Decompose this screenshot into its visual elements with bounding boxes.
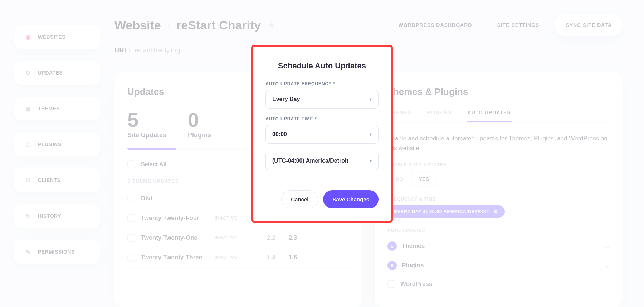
schedule-modal: Schedule Auto Updates AUTO UPDATE FREQUE… <box>253 47 391 221</box>
chevron-down-icon: ▾ <box>370 97 372 102</box>
frequency-select[interactable]: Every Day▾ <box>265 90 379 109</box>
modal-overlay: Schedule Auto Updates AUTO UPDATE FREQUE… <box>0 0 644 307</box>
cancel-button[interactable]: Cancel <box>281 190 318 208</box>
modal-title: Schedule Auto Updates <box>265 61 379 71</box>
time-select[interactable]: 00:00▾ <box>265 125 379 144</box>
time-label: AUTO UPDATE TIME * <box>265 116 379 121</box>
chevron-down-icon: ▾ <box>370 158 372 163</box>
frequency-label: AUTO UPDATE FREQUENCY * <box>265 81 379 86</box>
chevron-down-icon: ▾ <box>370 132 372 137</box>
save-button[interactable]: Save Changes <box>323 190 379 208</box>
timezone-select[interactable]: (UTC-04:00) America/Detroit▾ <box>265 152 379 170</box>
